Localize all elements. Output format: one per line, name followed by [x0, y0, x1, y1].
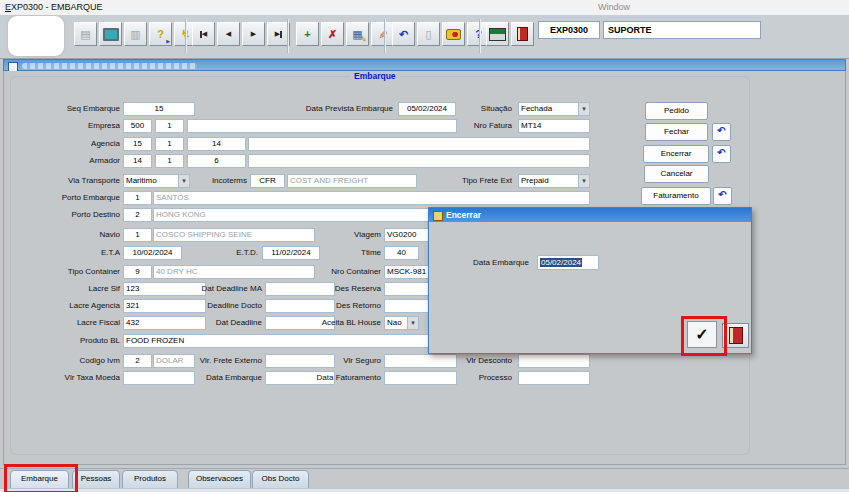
tab-observacoes[interactable]: Observacoes	[188, 470, 251, 489]
print-button[interactable]: ▥	[124, 22, 147, 46]
next-record-icon: ▶	[251, 30, 256, 38]
user-field[interactable]: SUPORTE	[603, 21, 761, 39]
fechar-button[interactable]: Fechar	[645, 123, 708, 141]
tab-obs-docto[interactable]: Obs Docto	[252, 470, 309, 489]
snapshot-button[interactable]	[442, 22, 465, 46]
tab-embarque[interactable]: Embarque	[10, 470, 69, 489]
via-transporte-value: Maritimo	[126, 176, 157, 185]
chevron-down-icon[interactable]: ▾	[578, 103, 589, 115]
confirm-check-icon: ✓	[695, 325, 708, 344]
toolbar-separator	[287, 19, 289, 53]
agencia-field-3[interactable]: 14	[187, 137, 246, 151]
prior-record-button[interactable]: ◀	[217, 22, 240, 46]
viagem-label: Viagem	[330, 229, 381, 241]
lacre-agencia-label: Lacre Agencia	[18, 300, 120, 312]
porto-embarque-label: Porto Embarque	[18, 192, 120, 204]
tab-produtos[interactable]: Produtos	[122, 470, 178, 489]
modify-button[interactable]: ✎	[371, 22, 394, 46]
tipo-frete-select[interactable]: Prepaid▾	[518, 174, 590, 188]
seq-embarque-field[interactable]: 15	[123, 102, 195, 116]
via-transporte-label: Via Transporte	[18, 175, 120, 187]
next-record-button[interactable]: ▶	[242, 22, 265, 46]
data-prevista-field[interactable]: 05/02/2024	[398, 102, 456, 116]
processo-field[interactable]	[518, 371, 590, 385]
via-transporte-select[interactable]: Maritimo▾	[123, 174, 190, 188]
deadline-docto-field[interactable]	[265, 299, 335, 313]
undo-icon: ↶	[718, 189, 726, 200]
incoterms-label: Incoterms	[198, 175, 247, 187]
delete-record-button[interactable]: ✗	[321, 22, 344, 46]
encerrar-undo-button[interactable]: ↶	[712, 145, 731, 163]
empresa-desc-field[interactable]	[187, 119, 457, 133]
ttime-field[interactable]: 40	[384, 246, 419, 260]
undo-button[interactable]: ↶	[392, 22, 415, 46]
aceita-bl-select[interactable]: Nao▾	[384, 316, 419, 330]
menu-window[interactable]: Window	[598, 2, 630, 12]
save-button[interactable]: ▤	[74, 22, 97, 46]
agencia-desc-field[interactable]	[248, 137, 590, 151]
faturamento-button[interactable]: Faturamento	[641, 187, 711, 205]
encerrar-button[interactable]: Encerrar	[643, 145, 709, 163]
dialog-data-embarque-field[interactable]: 05/02/2024	[537, 255, 599, 270]
armador-label: Armador	[18, 155, 120, 167]
incoterms-field[interactable]: CFR	[250, 174, 285, 188]
seq-embarque-label: Seq Embarque	[18, 103, 120, 115]
dialog-exit-button[interactable]	[722, 323, 749, 348]
empresa-field-1[interactable]: 500	[123, 119, 152, 133]
vlr-frete-field[interactable]	[265, 354, 335, 368]
pedido-button[interactable]: Pedido	[645, 102, 708, 120]
first-record-button[interactable]: ◀	[192, 22, 215, 46]
agencia-field-2[interactable]: 1	[155, 137, 184, 151]
monitor-button[interactable]	[99, 22, 122, 46]
armador-field-3[interactable]: 6	[187, 154, 246, 168]
undo-icon: ↶	[717, 147, 725, 158]
etd-field[interactable]: 11/02/2024	[262, 246, 320, 260]
tipo-container-field[interactable]: 9	[123, 265, 152, 279]
situacao-value: Fechada	[521, 104, 552, 113]
porto-destino-field[interactable]: 2	[123, 208, 152, 222]
paste-button[interactable]: ▯	[417, 22, 440, 46]
vlr-seguro-field[interactable]	[384, 354, 457, 368]
agencia-field-1[interactable]: 15	[123, 137, 152, 151]
nro-container-label: Nro Container	[330, 266, 381, 278]
keyboard-button[interactable]	[486, 22, 509, 46]
situacao-select[interactable]: Fechada▾	[518, 102, 590, 116]
fechar-undo-button[interactable]: ↶	[712, 123, 731, 141]
print-icon: ▥	[130, 29, 140, 40]
ttime-label: Ttime	[330, 247, 381, 259]
insert-record-icon: +	[304, 29, 310, 40]
run-help-button[interactable]: ?▶	[149, 22, 172, 46]
navio-field[interactable]: 1	[123, 228, 152, 242]
run-help-icon: ?	[157, 29, 164, 40]
dialog-confirm-button[interactable]: ✓	[687, 321, 717, 348]
data-faturamento-field[interactable]	[384, 371, 457, 385]
nro-fatura-field[interactable]: MT14	[518, 119, 590, 133]
porto-embarque-field[interactable]: 1	[123, 191, 152, 205]
chevron-down-icon[interactable]: ▾	[578, 175, 589, 187]
last-bar-icon	[280, 31, 282, 38]
vlr-seguro-label: Vlr Seguro	[330, 355, 381, 367]
des-reserva-label: Des Reserva	[330, 283, 381, 295]
chevron-down-icon[interactable]: ▾	[178, 175, 189, 187]
vlr-desconto-field[interactable]	[518, 354, 590, 368]
first-record-icon: ◀	[202, 30, 207, 38]
eta-field[interactable]: 10/02/2024	[123, 246, 182, 260]
codigo-ivm-field[interactable]: 2	[123, 354, 152, 368]
armador-field-1[interactable]: 14	[123, 154, 152, 168]
cancelar-button[interactable]: Cancelar	[644, 165, 709, 183]
tipo-container-label: Tipo Container	[18, 266, 120, 278]
insert-record-button[interactable]: +	[296, 22, 319, 46]
mdi-title-bar[interactable]	[3, 59, 846, 71]
tab-pessoas[interactable]: Pessoas	[72, 470, 120, 489]
faturamento-undo-button[interactable]: ↶	[713, 187, 732, 205]
dat-deadline-ma-field[interactable]	[265, 282, 335, 296]
edit-record-button[interactable]: ▦✎	[346, 22, 369, 46]
chevron-down-icon[interactable]: ▾	[407, 317, 418, 329]
armador-field-2[interactable]: 1	[155, 154, 184, 168]
exit-button[interactable]	[511, 22, 534, 46]
window-title: EXP0300 - EMBARQUE	[5, 2, 103, 12]
armador-desc-field[interactable]	[248, 154, 590, 168]
empresa-field-2[interactable]: 1	[155, 119, 184, 133]
top-bar: EXP0300 - EMBARQUE Window	[0, 0, 849, 16]
dialog-title-bar[interactable]: Encerrar	[429, 208, 751, 222]
